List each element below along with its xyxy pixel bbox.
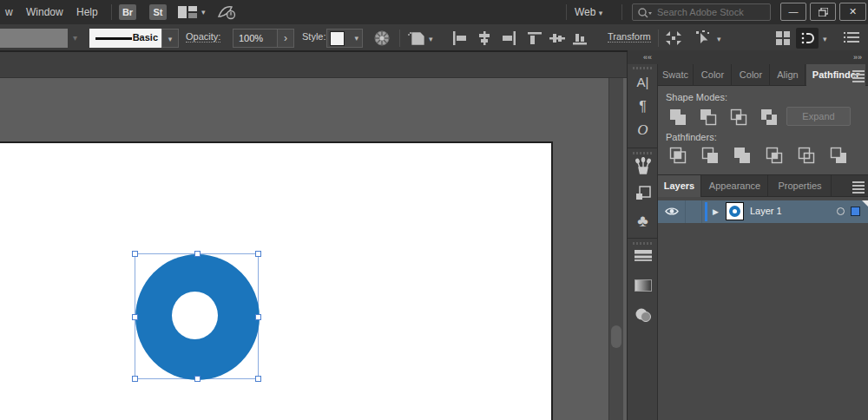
scrollbar-thumb[interactable] [611, 325, 621, 348]
stroke-style-combo[interactable]: Basic [89, 29, 161, 48]
search-input[interactable] [657, 4, 768, 20]
selection-handle-se[interactable] [255, 376, 261, 382]
tab-properties[interactable]: Properties [769, 175, 832, 197]
menu-help[interactable]: Help [71, 0, 103, 24]
selection-handle-n[interactable] [194, 251, 201, 257]
layer-thumbnail[interactable] [726, 202, 744, 220]
expand-button-disabled[interactable]: Expand [786, 107, 851, 126]
graphic-styles-panel-icon[interactable] [628, 186, 658, 210]
isolate-selected-object-icon[interactable] [665, 30, 682, 46]
pathfinder-minus-back-icon[interactable] [829, 146, 848, 165]
pathfinder-divide-icon[interactable] [668, 146, 687, 165]
panel-menu-icon[interactable] [852, 70, 865, 80]
stock-button[interactable]: St [149, 4, 167, 20]
panel-menu-icon[interactable] [852, 181, 865, 191]
recolor-artwork-icon[interactable] [373, 30, 391, 46]
drag-grip[interactable] [633, 67, 652, 69]
pathfinder-crop-icon[interactable] [765, 146, 784, 165]
symbols-panel-icon[interactable]: ♣ [628, 210, 658, 234]
canvas-area[interactable] [0, 52, 627, 420]
tab-appearance[interactable]: Appearance [702, 175, 768, 197]
tab-swatches[interactable]: Swatc [658, 64, 694, 86]
shape-mode-intersect-icon[interactable] [729, 108, 748, 127]
opacity-link[interactable]: Opacity: [186, 31, 220, 43]
collapse-iconstrip-icon[interactable]: «« [643, 53, 652, 62]
collapse-panels-icon[interactable]: »» [853, 53, 862, 62]
close-button[interactable]: ✕ [839, 3, 866, 21]
workspace-switcher-icon[interactable] [178, 6, 197, 18]
select-similar-objects-icon[interactable] [694, 30, 712, 46]
chevron-down-icon[interactable]: ▾ [823, 35, 827, 43]
align-center-horizontal-icon[interactable] [476, 31, 493, 45]
align-top-icon[interactable] [526, 31, 543, 45]
align-middle-vertical-icon[interactable] [549, 31, 566, 45]
selection-handle-nw[interactable] [132, 251, 138, 257]
profile-select-web[interactable]: Web ▾ [575, 0, 602, 24]
character-panel-icon[interactable]: A| [628, 71, 658, 95]
layer-row-selected[interactable]: ▶ Layer 1 [658, 200, 868, 223]
chevron-down-icon: ▾ [354, 34, 358, 43]
control-panel-menu-icon[interactable] [844, 30, 861, 46]
menu-window[interactable]: Window [21, 0, 69, 24]
minimize-button[interactable]: — [780, 3, 806, 21]
selection-handle-s[interactable] [194, 376, 201, 382]
tab-color-guide[interactable]: Color [733, 64, 770, 86]
shape-modes-label: Shape Modes: [666, 92, 727, 102]
vertical-scrollbar[interactable] [608, 78, 623, 420]
pathfinder-merge-icon[interactable] [733, 146, 752, 165]
donut-shape[interactable] [135, 254, 260, 380]
align-right-icon[interactable] [500, 31, 517, 45]
pathfinder-outline-icon[interactable] [797, 146, 816, 165]
layer-expand-arrow[interactable]: ▶ [713, 207, 719, 216]
shape-options-icon[interactable] [408, 31, 425, 47]
align-bottom-icon[interactable] [571, 31, 589, 45]
shape-mode-exclude-icon[interactable] [760, 108, 779, 127]
restore-button[interactable] [810, 3, 836, 21]
gradient-panel-icon[interactable] [628, 279, 658, 304]
gpu-performance-icon[interactable] [217, 4, 236, 20]
stroke-panel-icon[interactable] [628, 250, 658, 274]
shape-mode-unite-icon[interactable] [668, 108, 687, 127]
chevron-down-icon[interactable]: ▾ [73, 33, 77, 43]
selection-bounding-box[interactable] [135, 253, 259, 379]
layer-name[interactable]: Layer 1 [750, 206, 782, 216]
chevron-down-icon[interactable]: ▾ [429, 35, 433, 43]
pathfinder-group-tabbar: Swatc Color Color Align Pathfinder [658, 64, 868, 86]
opacity-value-field[interactable]: 100% [233, 29, 278, 48]
brush-definition-box[interactable] [0, 29, 68, 48]
menu-view-partial[interactable]: w [0, 0, 18, 24]
selection-handle-w[interactable] [132, 314, 138, 320]
tab-layers[interactable]: Layers [658, 175, 701, 197]
brushes-panel-icon[interactable] [628, 157, 658, 181]
opentype-panel-icon[interactable]: O [628, 120, 658, 144]
dock-layout-button-active[interactable] [796, 28, 819, 49]
transparency-panel-icon[interactable] [628, 307, 658, 331]
stroke-style-value: Basic [133, 32, 158, 43]
donut-hole [172, 292, 218, 339]
chevron-down-icon[interactable]: ▾ [717, 35, 721, 43]
drag-grip[interactable] [633, 152, 652, 154]
chevron-down-icon[interactable]: ▾ [201, 8, 206, 16]
chevron-down-icon: ▾ [599, 9, 603, 17]
artboard[interactable] [0, 141, 553, 420]
align-left-icon[interactable] [451, 31, 469, 45]
selection-handle-sw[interactable] [132, 376, 138, 382]
adobe-stock-search[interactable] [632, 3, 771, 21]
selection-handle-e[interactable] [255, 314, 261, 320]
paragraph-panel-icon[interactable]: ¶ [628, 95, 658, 120]
layer-target-icon[interactable] [837, 207, 845, 215]
arrange-documents-icon[interactable] [775, 30, 792, 46]
selection-handle-ne[interactable] [255, 251, 261, 257]
bridge-button[interactable]: Br [119, 4, 136, 20]
layer-selection-chip[interactable] [851, 207, 860, 216]
opacity-stepper-button[interactable]: › [277, 29, 294, 48]
graphic-style-picker[interactable]: ▾ [326, 29, 363, 48]
tab-align[interactable]: Align [771, 64, 806, 86]
drag-grip[interactable] [633, 242, 652, 245]
visibility-eye-icon[interactable] [665, 206, 679, 217]
transform-link[interactable]: Transform [608, 31, 651, 43]
tab-color[interactable]: Color [694, 64, 732, 86]
pathfinder-trim-icon[interactable] [700, 146, 720, 165]
shape-mode-minus-front-icon[interactable] [699, 108, 718, 127]
stroke-style-dropdown-button[interactable]: ▾ [161, 29, 179, 48]
